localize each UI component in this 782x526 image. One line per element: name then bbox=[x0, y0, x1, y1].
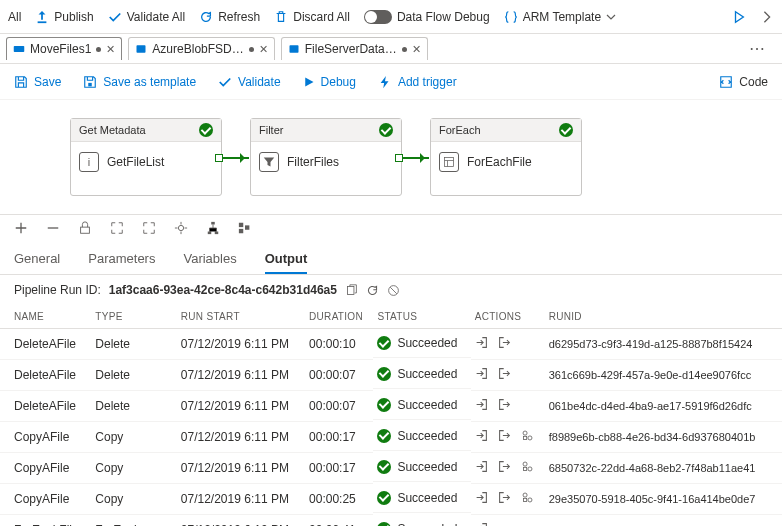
col-duration[interactable]: Duration bbox=[305, 305, 373, 329]
input-button[interactable] bbox=[475, 429, 488, 442]
validate-button[interactable]: Validate bbox=[218, 75, 280, 89]
input-button[interactable] bbox=[475, 522, 488, 526]
copy-button[interactable] bbox=[345, 284, 358, 297]
col-status[interactable]: Status bbox=[373, 305, 470, 329]
debug-toggle[interactable]: Data Flow Debug bbox=[364, 10, 490, 24]
svg-rect-20 bbox=[523, 467, 526, 470]
tab-parameters[interactable]: Parameters bbox=[88, 245, 155, 274]
svg-point-19 bbox=[528, 467, 532, 471]
cell-duration: 00:00:17 bbox=[305, 453, 373, 484]
run-button[interactable] bbox=[732, 10, 746, 24]
output-button[interactable] bbox=[498, 367, 511, 380]
svg-rect-7 bbox=[211, 222, 215, 225]
chevron-button[interactable] bbox=[760, 10, 774, 24]
col-runid[interactable]: RunID bbox=[545, 305, 782, 329]
save-template-label: Save as template bbox=[103, 75, 196, 89]
input-button[interactable] bbox=[475, 460, 488, 473]
filter-icon bbox=[259, 152, 279, 172]
output-button[interactable] bbox=[498, 491, 511, 504]
tab-output[interactable]: Output bbox=[265, 245, 308, 274]
col-actions[interactable]: Actions bbox=[471, 305, 545, 329]
tab-variables[interactable]: Variables bbox=[183, 245, 236, 274]
cell-start: 07/12/2019 6:10 PM bbox=[177, 515, 305, 527]
save-button[interactable]: Save bbox=[14, 75, 61, 89]
input-button[interactable] bbox=[475, 398, 488, 411]
close-tab-button[interactable]: ✕ bbox=[412, 43, 421, 56]
cell-start: 07/12/2019 6:11 PM bbox=[177, 484, 305, 515]
cell-start: 07/12/2019 6:11 PM bbox=[177, 453, 305, 484]
activity-filter[interactable]: Filter FilterFiles bbox=[250, 118, 402, 196]
svg-point-15 bbox=[523, 431, 527, 435]
add-button[interactable] bbox=[14, 221, 28, 235]
align-button[interactable] bbox=[238, 221, 252, 235]
output-button[interactable] bbox=[498, 460, 511, 473]
lock-button[interactable] bbox=[78, 221, 92, 235]
output-button[interactable] bbox=[498, 398, 511, 411]
col-runstart[interactable]: Run Start bbox=[177, 305, 305, 329]
tab-general[interactable]: General bbox=[14, 245, 60, 274]
output-button[interactable] bbox=[498, 336, 511, 349]
svg-rect-5 bbox=[81, 227, 90, 233]
publish-label: Publish bbox=[54, 10, 93, 24]
pipeline-canvas[interactable]: Get Metadata i GetFileList Filter Filter… bbox=[0, 100, 782, 215]
tab-movefiles1[interactable]: MoveFiles1 ✕ bbox=[6, 37, 122, 60]
refresh-output-button[interactable] bbox=[366, 284, 379, 297]
close-tab-button[interactable]: ✕ bbox=[259, 43, 268, 56]
more-tabs-button[interactable]: ⋯ bbox=[739, 39, 776, 58]
trigger-icon bbox=[378, 75, 392, 89]
svg-rect-0 bbox=[38, 21, 47, 23]
cell-duration: 00:00:07 bbox=[305, 391, 373, 422]
activity-getmetadata[interactable]: Get Metadata i GetFileList bbox=[70, 118, 222, 196]
svg-rect-9 bbox=[215, 232, 219, 235]
tab-fileserver[interactable]: FileServerData… ✕ bbox=[281, 37, 428, 60]
fullscreen-button[interactable] bbox=[142, 221, 156, 235]
activity-foreach[interactable]: ForEach ForEachFile bbox=[430, 118, 582, 196]
input-button[interactable] bbox=[475, 491, 488, 504]
all-filter[interactable]: All bbox=[8, 10, 21, 24]
success-icon bbox=[377, 460, 391, 474]
cell-type: Delete bbox=[91, 329, 176, 360]
layout-button[interactable] bbox=[206, 221, 220, 235]
output-button[interactable] bbox=[498, 429, 511, 442]
success-icon bbox=[559, 123, 573, 137]
publish-icon bbox=[35, 10, 49, 24]
input-button[interactable] bbox=[475, 367, 488, 380]
table-row: DeleteAFileDelete07/12/2019 6:11 PM00:00… bbox=[0, 329, 782, 360]
col-name[interactable]: Name bbox=[0, 305, 91, 329]
close-tab-button[interactable]: ✕ bbox=[106, 43, 115, 56]
success-icon bbox=[377, 367, 391, 381]
code-button[interactable]: Code bbox=[719, 75, 768, 89]
validate-all-button[interactable]: Validate All bbox=[108, 10, 185, 24]
col-type[interactable]: Type bbox=[91, 305, 176, 329]
activity-type-label: Get Metadata bbox=[79, 124, 146, 136]
tree-icon bbox=[206, 221, 220, 235]
cell-actions bbox=[471, 422, 545, 453]
save-label: Save bbox=[34, 75, 61, 89]
add-trigger-label: Add trigger bbox=[398, 75, 457, 89]
details-button[interactable] bbox=[521, 460, 534, 473]
add-trigger-button[interactable]: Add trigger bbox=[378, 75, 457, 89]
tab-label: MoveFiles1 bbox=[30, 42, 91, 56]
cell-duration: 00:00:07 bbox=[305, 360, 373, 391]
discard-all-button[interactable]: Discard All bbox=[274, 10, 350, 24]
activity-name-label: ForEachFile bbox=[467, 155, 532, 169]
zoom-reset-button[interactable] bbox=[174, 221, 188, 235]
tab-azureblob[interactable]: AzureBlobFSD… ✕ bbox=[128, 37, 274, 60]
cell-actions bbox=[471, 360, 545, 391]
svg-rect-8 bbox=[208, 232, 212, 235]
activity-type-label: ForEach bbox=[439, 124, 481, 136]
cell-type: Copy bbox=[91, 453, 176, 484]
cell-actions bbox=[471, 484, 545, 515]
save-template-button[interactable]: Save as template bbox=[83, 75, 196, 89]
remove-button[interactable] bbox=[46, 221, 60, 235]
publish-button[interactable]: Publish bbox=[35, 10, 93, 24]
debug-button[interactable]: Debug bbox=[303, 75, 356, 89]
details-button[interactable] bbox=[521, 429, 534, 442]
cancel-run-button[interactable] bbox=[387, 284, 400, 297]
fit-button[interactable] bbox=[110, 221, 124, 235]
success-icon bbox=[377, 429, 391, 443]
details-button[interactable] bbox=[521, 491, 534, 504]
input-button[interactable] bbox=[475, 336, 488, 349]
refresh-button[interactable]: Refresh bbox=[199, 10, 260, 24]
arm-template-button[interactable]: ARM Template bbox=[504, 10, 616, 24]
